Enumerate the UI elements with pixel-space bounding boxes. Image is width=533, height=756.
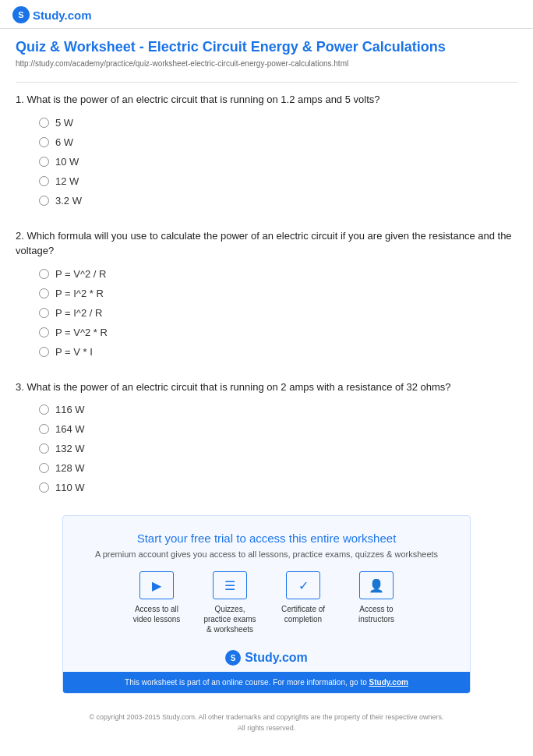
option-label: P = I^2 / R — [55, 307, 102, 319]
cta-icon-label-1: Quizzes, practice exams & worksheets — [203, 604, 257, 634]
option-label: 132 W — [55, 443, 85, 454]
cta-icon-label-2: Certificate of completion — [276, 604, 330, 624]
cta-icon-box-0: ▶ — [139, 571, 174, 599]
option-item[interactable]: 110 W — [39, 482, 517, 493]
cta-title: Start your free trial to access this ent… — [82, 532, 451, 545]
logo[interactable]: S Study.com — [12, 6, 92, 23]
option-label: 116 W — [55, 404, 85, 415]
cta-icon-label-0: Access to all video lessons — [129, 604, 184, 624]
logo-icon: S — [12, 6, 30, 23]
option-item[interactable]: 164 W — [39, 423, 517, 435]
footer-line2: All rights reserved. — [31, 723, 502, 734]
cta-footer-link[interactable]: Study.com — [369, 678, 408, 687]
header-divider — [16, 82, 517, 83]
question-3: 3. What is the power of an electric circ… — [16, 380, 517, 494]
question-text-1: 1. What is the power of an electric circ… — [16, 92, 517, 108]
cta-icon-item-0: ▶Access to all video lessons — [129, 571, 184, 634]
footer-line1: © copyright 2003-2015 Study.com. All oth… — [31, 712, 502, 723]
option-item[interactable]: 132 W — [39, 443, 517, 454]
radio-button[interactable] — [39, 157, 49, 167]
question-text-3: 3. What is the power of an electric circ… — [16, 380, 517, 395]
option-item[interactable]: 116 W — [39, 404, 517, 415]
main-content: Quiz & Worksheet - Electric Circuit Ener… — [0, 29, 533, 756]
option-item[interactable]: P = V^2 / R — [39, 268, 517, 280]
option-label: 110 W — [55, 482, 85, 493]
cta-icon-item-3: 👤Access to instructors — [349, 571, 404, 634]
question-text-2: 2. Which formula will you use to calcula… — [16, 228, 517, 259]
option-item[interactable]: P = V * I — [39, 346, 517, 358]
cta-icons-row: ▶Access to all video lessons☰Quizzes, pr… — [82, 571, 451, 634]
option-label: P = V * I — [55, 346, 93, 358]
cta-icon-item-1: ☰Quizzes, practice exams & worksheets — [203, 571, 257, 634]
options-list-2: P = V^2 / RP = I^2 * RP = I^2 / RP = V^2… — [16, 268, 517, 358]
radio-button[interactable] — [39, 404, 49, 415]
option-label: 12 W — [55, 175, 79, 187]
cta-logo: S Study.com — [82, 650, 451, 666]
option-label: P = I^2 * R — [55, 288, 104, 299]
radio-button[interactable] — [39, 482, 49, 493]
option-item[interactable]: 128 W — [39, 462, 517, 474]
cta-subtitle: A premium account gives you access to al… — [82, 549, 451, 559]
radio-button[interactable] — [39, 288, 49, 299]
cta-icon-label-3: Access to instructors — [349, 604, 404, 624]
option-label: 3.2 W — [55, 195, 82, 207]
option-label: 6 W — [55, 136, 73, 148]
option-label: 164 W — [55, 423, 85, 435]
radio-button[interactable] — [39, 347, 49, 357]
option-item[interactable]: 10 W — [39, 156, 517, 168]
option-item[interactable]: 6 W — [39, 136, 517, 148]
radio-button[interactable] — [39, 137, 49, 147]
cta-icon-item-2: ✓Certificate of completion — [276, 571, 330, 634]
option-item[interactable]: P = V^2 * R — [39, 327, 517, 338]
cta-box: Start your free trial to access this ent… — [62, 515, 471, 694]
page-url: http://study.com/academy/practice/quiz-w… — [16, 59, 517, 68]
page-title: Quiz & Worksheet - Electric Circuit Ener… — [16, 38, 517, 56]
cta-icon-box-3: 👤 — [359, 571, 394, 599]
option-label: 5 W — [55, 117, 73, 129]
option-label: P = V^2 / R — [55, 268, 106, 280]
bottom-footer: © copyright 2003-2015 Study.com. All oth… — [16, 706, 517, 743]
radio-button[interactable] — [39, 308, 49, 318]
option-item[interactable]: 5 W — [39, 117, 517, 129]
option-item[interactable]: P = I^2 * R — [39, 288, 517, 299]
options-list-1: 5 W6 W10 W12 W3.2 W — [16, 117, 517, 207]
radio-button[interactable] — [39, 196, 49, 206]
option-item[interactable]: 12 W — [39, 175, 517, 187]
options-list-3: 116 W164 W132 W128 W110 W — [16, 404, 517, 493]
cta-footer-text: This worksheet is part of an online cour… — [72, 678, 461, 687]
radio-button[interactable] — [39, 118, 49, 128]
radio-button[interactable] — [39, 176, 49, 186]
cta-logo-row: S Study.com — [82, 644, 451, 672]
cta-logo-icon: S — [225, 650, 241, 666]
cta-icon-box-1: ☰ — [213, 571, 247, 599]
radio-button[interactable] — [39, 269, 49, 279]
cta-icon-box-2: ✓ — [286, 571, 320, 599]
radio-button[interactable] — [39, 327, 49, 337]
option-item[interactable]: P = I^2 / R — [39, 307, 517, 319]
logo-text: Study.com — [33, 9, 92, 22]
question-2: 2. Which formula will you use to calcula… — [16, 228, 517, 358]
question-1: 1. What is the power of an electric circ… — [16, 92, 517, 207]
questions-container: 1. What is the power of an electric circ… — [16, 92, 517, 493]
radio-button[interactable] — [39, 463, 49, 473]
radio-button[interactable] — [39, 424, 49, 434]
radio-button[interactable] — [39, 443, 49, 454]
cta-footer-bar: This worksheet is part of an online cour… — [63, 672, 470, 693]
option-label: 128 W — [55, 462, 85, 474]
option-label: P = V^2 * R — [55, 327, 108, 338]
option-label: 10 W — [55, 156, 79, 168]
option-item[interactable]: 3.2 W — [39, 195, 517, 207]
site-header: S Study.com — [0, 0, 533, 29]
